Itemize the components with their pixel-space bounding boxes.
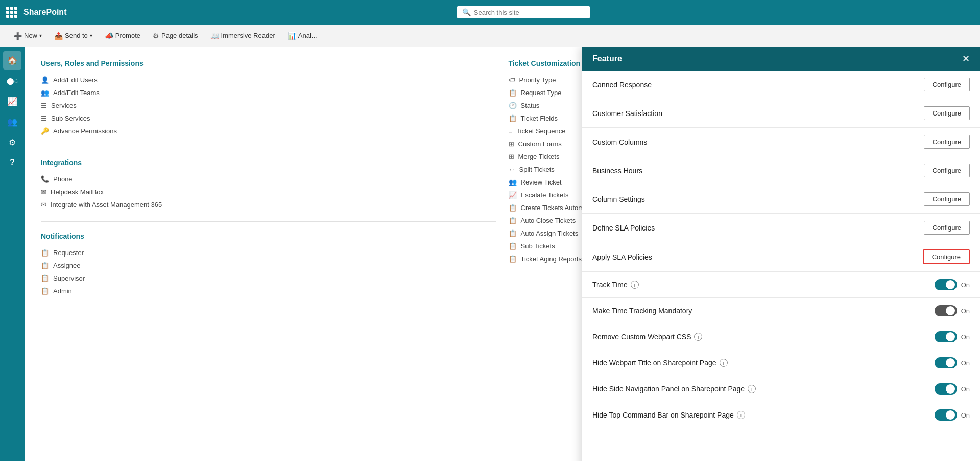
sidebar-item-home[interactable]: 🏠 [3,51,21,70]
hide-side-navigation-toggle-slider [935,383,957,395]
assignee-icon: 📋 [41,262,49,269]
menu-item-phone[interactable]: 📞 Phone [41,173,496,186]
feature-panel-close-button[interactable]: ✕ [962,54,970,63]
hide-top-command-bar-toggle[interactable] [935,409,957,421]
customer-satisfaction-configure-btn[interactable]: Configure [924,106,970,120]
sidebar-item-search[interactable]: ⬤◌ [3,72,21,90]
menu-item-admin[interactable]: 📋 Admin [41,285,496,297]
hide-side-navigation-label: Hide Side Navigation Panel on Sharepoint… [592,385,756,393]
grid-icon [6,7,17,18]
supervisor-icon: 📋 [41,274,49,282]
phone-label: Phone [53,175,73,183]
phone-icon: 📞 [41,175,49,183]
menu-item-assignee[interactable]: 📋 Assignee [41,259,496,272]
escalate-tickets-label: Escalate Tickets [521,191,569,199]
feature-row-apply-sla-policies: Apply SLA Policies Configure [582,242,980,272]
ticket-fields-icon: 📋 [509,114,517,122]
sub-services-icon: ☰ [41,114,47,122]
hide-webpart-title-toggle[interactable] [935,357,957,368]
app-name: SharePoint [23,8,66,17]
auto-assign-tickets-label: Auto Assign Tickets [521,229,579,237]
define-sla-policies-label: Define SLA Policies [592,224,655,232]
menu-item-supervisor[interactable]: 📋 Supervisor [41,272,496,285]
main-layout: 🏠 ⬤◌ 📈 👥 ⚙ ? Users, Roles and Permission… [0,47,980,461]
split-tickets-icon: ↔ [509,166,515,173]
remove-custom-webpart-css-info-icon[interactable]: i [694,333,702,341]
hide-side-navigation-toggle[interactable] [935,383,957,395]
menu-item-add-edit-teams[interactable]: 👥 Add/Edit Teams [41,86,496,99]
sidebar-item-users[interactable]: 👥 [3,112,21,131]
canned-response-configure-btn[interactable]: Configure [924,78,970,91]
hide-webpart-title-info-icon[interactable]: i [720,359,728,367]
track-time-toggle-container: On [935,279,970,290]
track-time-toggle-slider [935,279,957,290]
make-time-tracking-mandatory-toggle-container: On [935,305,970,316]
ticket-aging-reports-label: Ticket Aging Reports [521,255,582,263]
menu-item-services[interactable]: ☰ Services [41,99,496,112]
search-bar[interactable]: 🔍 [457,6,590,18]
section-integrations: Integrations 📞 Phone ✉ Helpdesk MailBox … [41,158,496,211]
integrate-asset-label: Integrate with Asset Management 365 [51,201,162,209]
hide-top-command-bar-info-icon[interactable]: i [737,411,745,419]
escalate-tickets-icon: 📈 [509,191,517,199]
cmd-promote[interactable]: 📣 Promote [100,30,146,42]
sidebar-item-settings[interactable]: ⚙ [3,133,21,151]
ticket-sequence-icon: ≡ [509,127,513,135]
cmd-new[interactable]: ➕ New ▾ [8,30,47,42]
cmd-promote-label: Promote [115,32,140,39]
chevron-down-icon: ▾ [90,33,92,38]
request-type-icon: 📋 [509,89,517,97]
review-ticket-icon: 👥 [509,178,517,186]
feature-panel-body: Canned Response Configure Customer Satis… [582,71,980,461]
cmd-send-to-label: Send to [65,32,88,39]
menu-item-requester[interactable]: 📋 Requester [41,246,496,259]
feature-row-canned-response: Canned Response Configure [582,71,980,99]
supervisor-label: Supervisor [53,274,85,282]
customer-satisfaction-label: Customer Satisfaction [592,109,662,118]
priority-type-label: Priority Type [519,76,556,84]
track-time-toggle[interactable] [935,279,957,290]
add-edit-users-icon: 👤 [41,76,49,84]
hide-side-navigation-info-icon[interactable]: i [748,385,756,393]
requester-label: Requester [53,249,84,257]
hide-side-navigation-toggle-container: On [935,383,970,395]
add-edit-teams-icon: 👥 [41,89,49,97]
track-time-info-icon[interactable]: i [631,281,639,289]
menu-item-sub-services[interactable]: ☰ Sub Services [41,112,496,125]
menu-item-integrate-asset[interactable]: ✉ Integrate with Asset Management 365 [41,198,496,211]
services-label: Services [51,102,77,109]
merge-tickets-label: Merge Tickets [518,153,560,160]
sub-tickets-icon: 📋 [509,242,517,250]
request-type-label: Request Type [521,89,562,97]
menu-item-add-edit-users[interactable]: 👤 Add/Edit Users [41,74,496,86]
cmd-analytics[interactable]: 📊 Anal... [282,30,322,42]
feature-row-hide-top-command-bar: Hide Top Command Bar on Sharepoint Page … [582,402,980,428]
integrations-list: 📞 Phone ✉ Helpdesk MailBox ✉ Integrate w… [41,173,496,211]
chevron-down-icon: ▾ [39,33,42,38]
split-tickets-label: Split Tickets [519,166,555,173]
search-input[interactable] [474,9,576,16]
menu-item-advance-permissions[interactable]: 🔑 Advance Permissions [41,125,496,137]
search-icon: 🔍 [462,8,471,16]
sidebar-item-chart[interactable]: 📈 [3,92,21,110]
make-time-tracking-mandatory-toggle-label: On [961,307,970,315]
custom-columns-configure-btn[interactable]: Configure [924,135,970,149]
users-roles-list: 👤 Add/Edit Users 👥 Add/Edit Teams ☰ Serv… [41,74,496,137]
business-hours-configure-btn[interactable]: Configure [924,164,970,177]
hide-top-command-bar-toggle-slider [935,409,957,421]
menu-item-helpdesk-mailbox[interactable]: ✉ Helpdesk MailBox [41,186,496,198]
column-settings-configure-btn[interactable]: Configure [924,192,970,206]
sidebar-item-help[interactable]: ? [3,153,21,172]
cmd-immersive-reader[interactable]: 📖 Immersive Reader [205,30,280,42]
cmd-page-details[interactable]: ⚙ Page details [148,30,203,42]
remove-custom-webpart-css-label: Remove Custom Webpart CSS i [592,333,702,341]
feature-row-hide-side-navigation: Hide Side Navigation Panel on Sharepoint… [582,376,980,402]
make-time-tracking-mandatory-toggle[interactable] [935,305,957,316]
apply-sla-policies-configure-btn[interactable]: Configure [923,249,970,264]
remove-custom-webpart-css-toggle[interactable] [935,331,957,342]
top-bar: SharePoint 🔍 [0,0,980,25]
section-integrations-title: Integrations [41,158,496,167]
feature-panel-header: Feature ✕ [582,47,980,71]
cmd-send-to[interactable]: 📤 Send to ▾ [49,30,98,42]
define-sla-policies-configure-btn[interactable]: Configure [924,221,970,235]
